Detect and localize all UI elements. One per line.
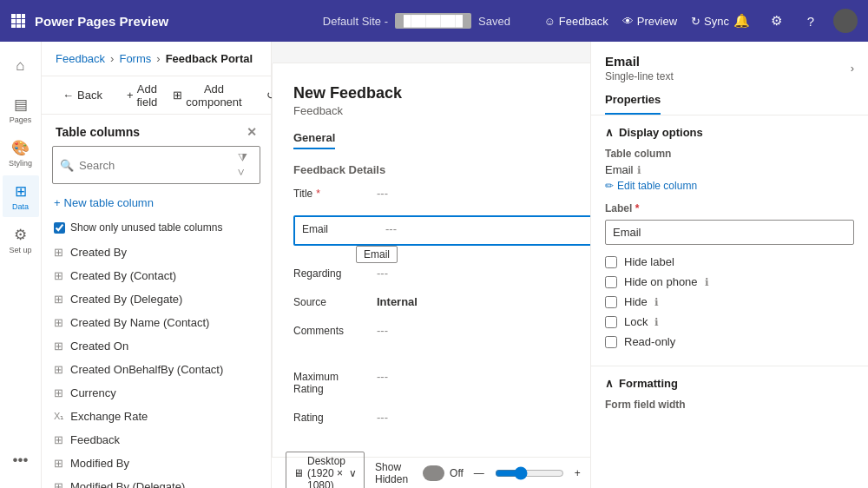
col-item-exchange-rate[interactable]: X₁ Exchange Rate ••• xyxy=(42,405,271,428)
field-email[interactable]: Email --- Email xyxy=(293,215,590,246)
nav-pages[interactable]: ▤ Pages xyxy=(3,89,39,130)
read-only-checkbox[interactable] xyxy=(605,336,617,348)
sync-action[interactable]: ↻ Sync xyxy=(691,15,729,28)
nav-more[interactable]: ••• xyxy=(3,439,39,481)
bottom-bar: 🖥 Desktop (1920 × 1080) ∨ Show Hidden Of… xyxy=(272,457,590,488)
display-options-header[interactable]: ∧ Display options xyxy=(605,126,854,139)
tab-properties[interactable]: Properties xyxy=(605,86,661,115)
breadcrumb: Feedback › Forms › Feedback Portal xyxy=(56,52,253,65)
avatar[interactable] xyxy=(833,9,858,33)
filter-icon[interactable]: ⧩ ∨ xyxy=(238,151,253,179)
notification-icon[interactable]: 🔔 xyxy=(729,9,753,33)
search-icon: 🔍 xyxy=(60,159,74,172)
display-options-section: ∧ Display options Table column Email ℹ ✏… xyxy=(591,115,868,366)
show-unused-row: Show only unused table columns xyxy=(42,218,271,241)
col-item-created-onbehalf[interactable]: ⊞ Created OnBehalfBy (Contact) xyxy=(42,358,271,381)
col-item-currency[interactable]: ⊞ Currency xyxy=(42,381,271,405)
table-columns-panel: Feedback › Forms › Feedback Portal ← Bac… xyxy=(42,42,272,488)
col-item-created-by-delegate[interactable]: ⊞ Created By (Delegate) xyxy=(42,287,271,311)
saved-label: Saved xyxy=(478,15,510,28)
col-item-created-by-contact[interactable]: ⊞ Created By (Contact) xyxy=(42,264,271,287)
section-title: Feedback Details xyxy=(293,163,590,176)
hide-on-phone-checkbox[interactable] xyxy=(605,276,617,288)
desktop-selector[interactable]: 🖥 Desktop (1920 × 1080) ∨ xyxy=(286,452,365,489)
field-title: Title* --- xyxy=(293,187,590,203)
nav-data[interactable]: ⊞ Data xyxy=(3,175,39,217)
formatting-header[interactable]: ∧ Formatting xyxy=(605,377,854,390)
field-max-rating: Maximum Rating --- xyxy=(293,370,590,399)
more-icon: ••• xyxy=(13,452,29,469)
back-button[interactable]: ← Back xyxy=(56,85,109,105)
show-hidden-row: Show Hidden Off xyxy=(375,461,464,485)
show-unused-label: Show only unused table columns xyxy=(70,221,222,234)
center-canvas: New Feedback Feedback General Feedback D… xyxy=(272,42,590,488)
back-icon: ← xyxy=(62,89,74,102)
right-panel-title: Email xyxy=(605,54,674,69)
topbar-icons: 🔔 ⚙ ? xyxy=(729,9,858,33)
breadcrumb-root[interactable]: Feedback xyxy=(56,52,105,65)
col-item-modified-by[interactable]: ⊞ Modified By xyxy=(42,452,271,475)
svg-rect-6 xyxy=(11,24,16,28)
search-box[interactable]: 🔍 ⧩ ∨ xyxy=(52,146,260,184)
hide-label-checkbox[interactable] xyxy=(605,256,617,268)
show-hidden-toggle[interactable] xyxy=(423,465,444,481)
feedback-icon: ☺ xyxy=(543,15,555,28)
svg-rect-0 xyxy=(11,14,16,18)
app-body: ⌂ ▤ Pages 🎨 Styling ⊞ Data ⚙ Set up ••• xyxy=(0,42,868,488)
sync-icon: ↻ xyxy=(691,15,700,28)
hide-on-phone-option: Hide on phone ℹ xyxy=(605,275,854,288)
col-item-modified-by-delegate[interactable]: ⊞ Modified By (Delegate) xyxy=(42,475,271,488)
left-nav: ⌂ ▤ Pages 🎨 Styling ⊞ Data ⚙ Set up ••• xyxy=(0,42,42,488)
read-only-option: Read-only xyxy=(605,335,854,348)
topbar: Power Pages Preview Default Site - █████… xyxy=(0,0,868,42)
field-comments: Comments --- xyxy=(293,324,590,340)
right-panel: Email Single-line text › Properties ∧ Di… xyxy=(590,42,868,488)
col-grid-icon-10: ⊞ xyxy=(54,480,63,488)
feedback-action[interactable]: ☺ Feedback xyxy=(543,15,608,28)
nav-home[interactable]: ⌂ xyxy=(3,45,39,87)
edit-table-column-link[interactable]: ✏ Edit table column xyxy=(605,180,854,192)
nav-setup[interactable]: ⚙ Set up xyxy=(3,219,39,260)
table-column-group: Table column Email ℹ ✏ Edit table column xyxy=(605,148,854,192)
preview-action[interactable]: 👁 Preview xyxy=(622,15,677,28)
col-grid-icon-5: ⊞ xyxy=(54,340,63,353)
grid-icon[interactable] xyxy=(10,13,26,29)
label-group: Label * xyxy=(605,202,854,245)
col-xsub-icon: X₁ xyxy=(54,411,63,422)
add-col-button[interactable]: + New table column xyxy=(54,195,154,211)
search-input[interactable] xyxy=(79,159,233,172)
styling-icon: 🎨 xyxy=(11,139,30,157)
col-item-created-by-name[interactable]: ⊞ Created By Name (Contact) xyxy=(42,311,271,334)
form-container: New Feedback Feedback General Feedback D… xyxy=(272,63,590,461)
close-panel-icon[interactable]: ✕ xyxy=(247,125,257,139)
col-grid-icon-7: ⊞ xyxy=(54,386,63,399)
formatting-collapse-icon: ∧ xyxy=(605,377,614,390)
svg-rect-7 xyxy=(16,24,21,28)
hide-checkbox[interactable] xyxy=(605,296,617,308)
col-item-created-on[interactable]: ⊞ Created On xyxy=(42,334,271,358)
add-component-button[interactable]: ⊞ Add component xyxy=(166,79,248,112)
add-field-button[interactable]: + Add field xyxy=(120,79,164,112)
right-panel-expand-icon[interactable]: › xyxy=(851,62,854,75)
col-grid-icon: ⊞ xyxy=(54,246,63,259)
col-item-created-by[interactable]: ⊞ Created By xyxy=(42,241,271,264)
zoom-slider[interactable] xyxy=(495,466,564,480)
form-tab[interactable]: General xyxy=(293,131,335,149)
lock-option: Lock ℹ xyxy=(605,315,854,328)
lock-info-icon: ℹ xyxy=(654,316,659,328)
table-columns-title: Table columns xyxy=(56,125,140,139)
breadcrumb-middle[interactable]: Forms xyxy=(119,52,151,65)
nav-styling[interactable]: 🎨 Styling xyxy=(3,132,39,174)
col-item-feedback[interactable]: ⊞ Feedback xyxy=(42,428,271,452)
svg-rect-3 xyxy=(11,19,16,23)
content-area: Feedback › Forms › Feedback Portal ← Bac… xyxy=(42,42,868,488)
right-panel-subtitle: Single-line text xyxy=(605,70,674,82)
label-input[interactable] xyxy=(605,220,854,245)
settings-icon[interactable]: ⚙ xyxy=(764,9,788,33)
show-unused-checkbox[interactable] xyxy=(54,222,65,234)
help-icon[interactable]: ? xyxy=(799,9,823,33)
lock-checkbox[interactable] xyxy=(605,316,617,328)
svg-rect-8 xyxy=(22,24,25,28)
add-col-icon: + xyxy=(54,196,61,209)
desktop-chevron-icon: ∨ xyxy=(349,467,357,479)
